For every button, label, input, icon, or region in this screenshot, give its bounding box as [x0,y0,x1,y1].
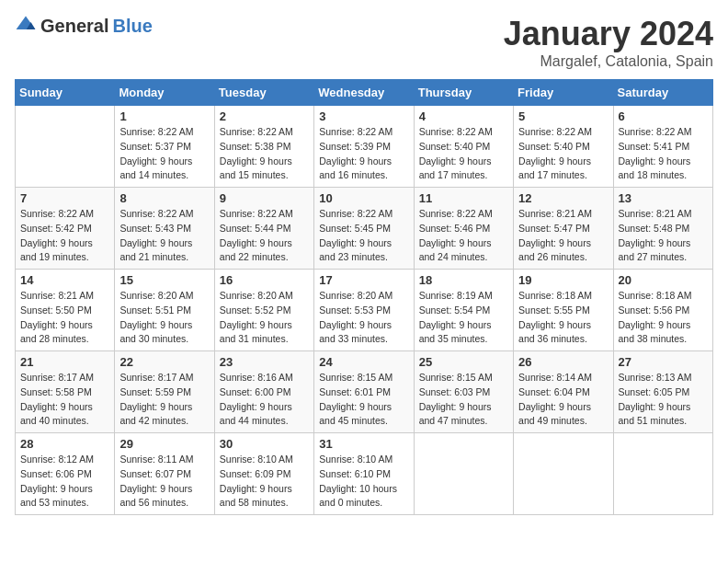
day-number: 6 [619,109,708,123]
day-number: 31 [319,437,408,451]
calendar-week-row: 7 Sunrise: 8:22 AMSunset: 5:42 PMDayligh… [16,188,713,270]
calendar-cell: 6 Sunrise: 8:22 AMSunset: 5:41 PMDayligh… [613,106,712,188]
day-info: Sunrise: 8:10 AMSunset: 6:10 PMDaylight:… [319,454,397,508]
day-header-monday: Monday [115,80,214,106]
calendar-cell: 13 Sunrise: 8:21 AMSunset: 5:48 PMDaylig… [613,188,712,270]
day-number: 30 [220,437,309,451]
calendar-cell: 7 Sunrise: 8:22 AMSunset: 5:42 PMDayligh… [16,188,115,270]
calendar-cell: 10 Sunrise: 8:22 AMSunset: 5:45 PMDaylig… [314,188,414,270]
day-number: 23 [220,355,309,369]
calendar-week-row: 14 Sunrise: 8:21 AMSunset: 5:50 PMDaylig… [16,270,713,351]
calendar-cell: 27 Sunrise: 8:13 AMSunset: 6:05 PMDaylig… [613,351,712,433]
day-number: 1 [119,109,209,123]
day-number: 16 [220,273,309,287]
day-number: 28 [20,437,109,451]
day-number: 18 [419,273,508,287]
day-info: Sunrise: 8:17 AMSunset: 5:58 PMDaylight:… [20,372,94,426]
calendar-cell: 1 Sunrise: 8:22 AMSunset: 5:37 PMDayligh… [115,106,214,188]
calendar-cell: 31 Sunrise: 8:10 AMSunset: 6:10 PMDaylig… [314,433,414,515]
day-info: Sunrise: 8:20 AMSunset: 5:53 PMDaylight:… [319,290,392,344]
day-number: 29 [119,437,209,451]
day-info: Sunrise: 8:19 AMSunset: 5:54 PMDaylight:… [419,290,493,344]
calendar-cell: 2 Sunrise: 8:22 AMSunset: 5:38 PMDayligh… [214,106,313,188]
day-info: Sunrise: 8:22 AMSunset: 5:46 PMDaylight:… [419,208,493,262]
calendar-cell: 20 Sunrise: 8:18 AMSunset: 5:56 PMDaylig… [613,270,712,351]
day-number: 15 [119,273,209,287]
day-number: 2 [220,109,309,123]
day-info: Sunrise: 8:22 AMSunset: 5:39 PMDaylight:… [319,126,392,180]
calendar-cell: 12 Sunrise: 8:21 AMSunset: 5:47 PMDaylig… [514,188,613,270]
day-header-tuesday: Tuesday [214,80,313,106]
day-info: Sunrise: 8:22 AMSunset: 5:40 PMDaylight:… [419,126,493,180]
day-info: Sunrise: 8:22 AMSunset: 5:44 PMDaylight:… [220,208,293,262]
calendar-subtitle: Margalef, Catalonia, Spain [504,53,713,70]
calendar-cell [16,106,115,188]
day-info: Sunrise: 8:10 AMSunset: 6:09 PMDaylight:… [220,454,293,508]
logo: General Blue [15,15,153,37]
day-number: 20 [619,273,708,287]
day-number: 12 [518,191,608,205]
calendar-cell: 8 Sunrise: 8:22 AMSunset: 5:43 PMDayligh… [115,188,214,270]
day-info: Sunrise: 8:20 AMSunset: 5:52 PMDaylight:… [220,290,293,344]
day-number: 9 [220,191,309,205]
day-number: 11 [419,191,508,205]
calendar-header-row: SundayMondayTuesdayWednesdayThursdayFrid… [16,80,713,106]
day-number: 10 [319,191,408,205]
day-info: Sunrise: 8:21 AMSunset: 5:48 PMDaylight:… [619,208,692,262]
calendar-cell [414,433,513,515]
day-number: 21 [20,355,109,369]
calendar-cell: 24 Sunrise: 8:15 AMSunset: 6:01 PMDaylig… [314,351,414,433]
calendar-cell: 23 Sunrise: 8:16 AMSunset: 6:00 PMDaylig… [214,351,313,433]
day-number: 27 [619,355,708,369]
day-info: Sunrise: 8:22 AMSunset: 5:41 PMDaylight:… [619,126,692,180]
day-number: 3 [319,109,408,123]
day-header-sunday: Sunday [16,80,115,106]
day-number: 22 [119,355,209,369]
calendar-cell: 14 Sunrise: 8:21 AMSunset: 5:50 PMDaylig… [16,270,115,351]
day-info: Sunrise: 8:22 AMSunset: 5:43 PMDaylight:… [119,208,193,262]
calendar-title: January 2024 [504,15,713,53]
header: General Blue January 2024 Margalef, Cata… [15,15,713,70]
day-number: 24 [319,355,408,369]
calendar-cell: 16 Sunrise: 8:20 AMSunset: 5:52 PMDaylig… [214,270,313,351]
calendar-cell: 29 Sunrise: 8:11 AMSunset: 6:07 PMDaylig… [115,433,214,515]
day-number: 8 [119,191,209,205]
calendar-cell: 21 Sunrise: 8:17 AMSunset: 5:58 PMDaylig… [16,351,115,433]
calendar-cell: 18 Sunrise: 8:19 AMSunset: 5:54 PMDaylig… [414,270,513,351]
calendar-cell: 5 Sunrise: 8:22 AMSunset: 5:40 PMDayligh… [514,106,613,188]
calendar-cell: 30 Sunrise: 8:10 AMSunset: 6:09 PMDaylig… [214,433,313,515]
calendar-cell [613,433,712,515]
day-number: 7 [20,191,109,205]
day-info: Sunrise: 8:11 AMSunset: 6:07 PMDaylight:… [119,454,193,508]
day-info: Sunrise: 8:22 AMSunset: 5:42 PMDaylight:… [20,208,94,262]
calendar-cell: 9 Sunrise: 8:22 AMSunset: 5:44 PMDayligh… [214,188,313,270]
day-info: Sunrise: 8:22 AMSunset: 5:38 PMDaylight:… [220,126,293,180]
day-info: Sunrise: 8:17 AMSunset: 5:59 PMDaylight:… [119,372,193,426]
day-header-friday: Friday [514,80,613,106]
day-header-thursday: Thursday [414,80,513,106]
day-info: Sunrise: 8:14 AMSunset: 6:04 PMDaylight:… [518,372,592,426]
calendar-cell: 4 Sunrise: 8:22 AMSunset: 5:40 PMDayligh… [414,106,513,188]
calendar-cell: 22 Sunrise: 8:17 AMSunset: 5:59 PMDaylig… [115,351,214,433]
title-area: January 2024 Margalef, Catalonia, Spain [504,15,713,70]
day-info: Sunrise: 8:15 AMSunset: 6:01 PMDaylight:… [319,372,392,426]
calendar-cell: 28 Sunrise: 8:12 AMSunset: 6:06 PMDaylig… [16,433,115,515]
calendar-table: SundayMondayTuesdayWednesdayThursdayFrid… [15,79,713,515]
day-number: 13 [619,191,708,205]
day-number: 19 [518,273,608,287]
calendar-cell: 25 Sunrise: 8:15 AMSunset: 6:03 PMDaylig… [414,351,513,433]
day-number: 26 [518,355,608,369]
day-number: 5 [518,109,608,123]
calendar-cell: 19 Sunrise: 8:18 AMSunset: 5:55 PMDaylig… [514,270,613,351]
day-info: Sunrise: 8:18 AMSunset: 5:55 PMDaylight:… [518,290,592,344]
day-info: Sunrise: 8:22 AMSunset: 5:37 PMDaylight:… [119,126,193,180]
day-number: 14 [20,273,109,287]
day-info: Sunrise: 8:20 AMSunset: 5:51 PMDaylight:… [119,290,193,344]
calendar-cell: 26 Sunrise: 8:14 AMSunset: 6:04 PMDaylig… [514,351,613,433]
calendar-week-row: 1 Sunrise: 8:22 AMSunset: 5:37 PMDayligh… [16,106,713,188]
calendar-cell: 17 Sunrise: 8:20 AMSunset: 5:53 PMDaylig… [314,270,414,351]
day-info: Sunrise: 8:12 AMSunset: 6:06 PMDaylight:… [20,454,94,508]
day-info: Sunrise: 8:21 AMSunset: 5:50 PMDaylight:… [20,290,94,344]
logo-general: General [40,16,108,37]
day-info: Sunrise: 8:18 AMSunset: 5:56 PMDaylight:… [619,290,692,344]
